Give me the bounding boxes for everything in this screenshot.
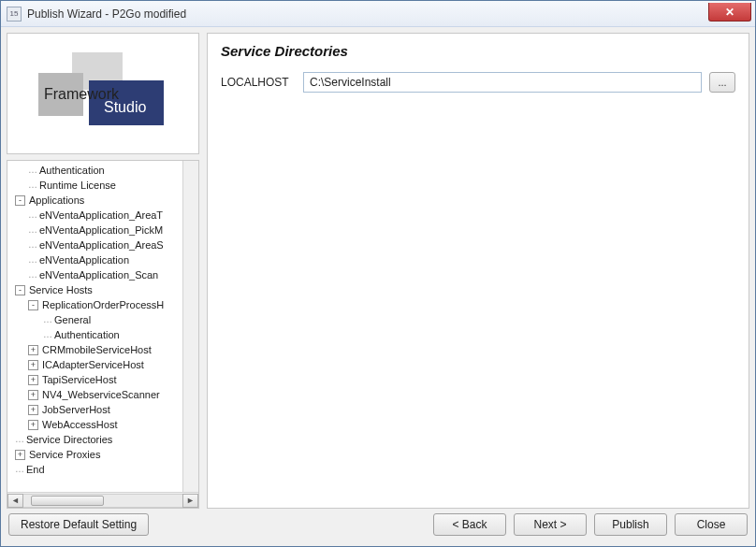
horizontal-scrollbar[interactable]: ◄ ► [7,492,198,508]
tree-item-label: End [26,462,45,477]
collapse-icon[interactable]: - [15,285,25,295]
browse-button[interactable]: ... [709,72,735,93]
app-icon: 15 [7,7,22,22]
tree-item-label: TapiServiceHost [42,372,116,387]
tree-item[interactable]: …Service Directories [11,432,198,447]
expand-icon[interactable]: + [28,420,38,430]
tree-item[interactable]: -Service Hosts [11,282,198,297]
tree-item[interactable]: +JobServerHost [11,402,198,417]
tree-item-label: eNVentaApplication [39,252,129,267]
expand-icon[interactable]: + [28,345,38,355]
tree-item[interactable]: +ICAdapterServiceHost [11,357,198,372]
tree-item-label: eNVentaApplication_AreaT [39,208,163,223]
tree-item[interactable]: +CRMmobileServiceHost [11,342,198,357]
tree-connector-icon: … [28,178,36,193]
localhost-label: LOCALHOST [221,76,296,89]
expand-icon[interactable]: + [28,375,38,385]
window-title: Publish Wizard - P2Go modified [27,7,186,21]
tree-item-label: Authentication [54,327,120,342]
main-row: Framework Studio …Authentication…Runtime… [7,33,749,509]
tree-connector-icon: … [28,267,36,282]
tree-item[interactable]: …End [11,462,198,477]
tree-item[interactable]: -ReplicationOrderProcessH [11,297,198,312]
collapse-icon[interactable]: - [15,195,25,206]
tree-item[interactable]: …eNVentaApplication_AreaT [11,208,198,223]
tree-connector-icon: … [43,312,51,327]
next-button[interactable]: Next > [514,513,587,536]
scroll-thumb[interactable] [31,496,104,506]
tree-connector-icon: … [28,238,36,252]
tree-item-label: Applications [29,193,84,208]
tree-item-label: eNVentaApplication_Scan [39,267,158,282]
framework-studio-logo: Framework Studio [33,52,173,135]
section-heading: Service Directories [221,43,735,59]
scroll-right-arrow[interactable]: ► [182,494,198,508]
left-column: Framework Studio …Authentication…Runtime… [7,33,199,509]
tree-item-label: Runtime License [39,178,116,193]
logo-box: Framework Studio [7,33,199,154]
publish-button[interactable]: Publish [594,513,667,536]
content-panel: Service Directories LOCALHOST ... [207,33,749,509]
close-button[interactable]: Close [675,513,748,536]
tree-item-label: Service Directories [26,432,112,447]
expand-icon[interactable]: + [28,390,38,400]
tree-item-label: Authentication [39,163,105,178]
titlebar: 15 Publish Wizard - P2Go modified ✕ [1,1,755,27]
tree-item-label: eNVentaApplication_PickM [39,223,163,238]
expand-icon[interactable]: + [15,450,25,460]
tree-item[interactable]: …Authentication [11,163,198,178]
expand-icon[interactable]: + [28,405,38,415]
tree-item[interactable]: …eNVentaApplication_Scan [11,267,198,282]
vertical-scrollbar[interactable] [182,161,198,492]
logo-text-2: Studio [104,99,146,116]
tree-item[interactable]: …Authentication [11,327,198,342]
tree-connector-icon: … [28,252,36,267]
close-icon: ✕ [725,6,734,19]
back-button[interactable]: < Back [433,513,506,536]
tree-item[interactable]: +Service Proxies [11,447,198,462]
tree-item-label: ReplicationOrderProcessH [42,297,164,312]
tree-connector-icon: … [28,223,36,238]
client-area: Framework Studio …Authentication…Runtime… [1,27,755,546]
tree-item-label: WebAccessHost [42,417,118,432]
tree-item-label: CRMmobileServiceHost [42,342,152,357]
tree-connector-icon: … [15,432,23,447]
close-window-button[interactable]: ✕ [708,3,751,22]
tree-item[interactable]: …eNVentaApplication [11,252,198,267]
tree-item[interactable]: …Runtime License [11,178,198,193]
tree-connector-icon: … [28,208,36,223]
restore-default-button[interactable]: Restore Default Setting [8,513,149,536]
tree-item-label: JobServerHost [42,402,110,417]
tree-connector-icon: … [43,327,51,342]
tree-item-label: eNVentaApplication_AreaS [39,238,164,252]
localhost-path-input[interactable] [303,72,702,93]
tree-item[interactable]: +NV4_WebserviceScanner [11,387,198,402]
collapse-icon[interactable]: - [28,300,38,310]
tree-item[interactable]: …eNVentaApplication_PickM [11,223,198,238]
tree-connector-icon: … [28,163,36,178]
tree-item-label: NV4_WebserviceScanner [42,387,160,402]
tree-connector-icon: … [15,462,23,477]
tree-item-label: General [54,312,91,327]
tree-item-label: Service Hosts [29,282,93,297]
tree-item[interactable]: …eNVentaApplication_AreaS [11,238,198,252]
tree-item[interactable]: +TapiServiceHost [11,372,198,387]
tree-item-label: Service Proxies [29,447,100,462]
tree-scroll-area[interactable]: …Authentication…Runtime License-Applicat… [7,161,198,492]
tree-item-label: ICAdapterServiceHost [42,357,144,372]
scroll-track[interactable] [23,494,182,508]
scroll-left-arrow[interactable]: ◄ [7,494,23,508]
localhost-row: LOCALHOST ... [221,72,735,93]
tree-item[interactable]: -Applications [11,193,198,208]
expand-icon[interactable]: + [28,360,38,370]
button-row: Restore Default Setting < Back Next > Pu… [7,509,749,540]
tree-item[interactable]: +WebAccessHost [11,417,198,432]
publish-wizard-window: 15 Publish Wizard - P2Go modified ✕ Fram… [0,0,756,547]
tree-item[interactable]: …General [11,312,198,327]
navigation-tree: …Authentication…Runtime License-Applicat… [7,160,199,509]
